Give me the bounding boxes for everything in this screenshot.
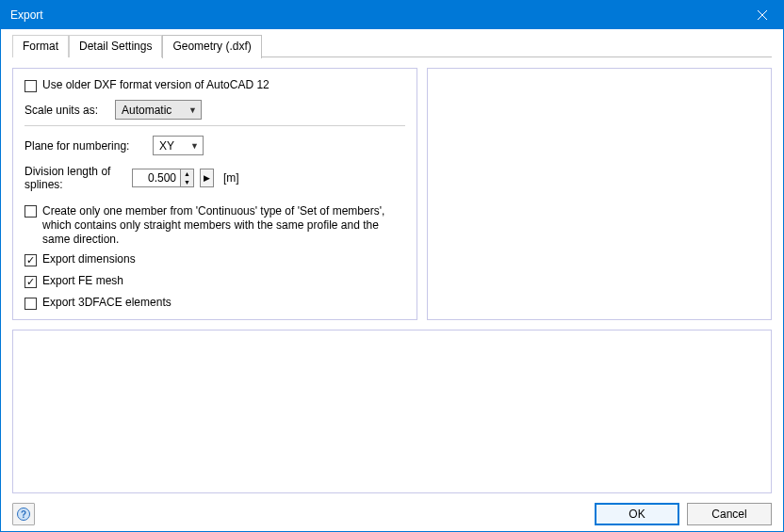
preview-panel	[427, 68, 772, 320]
step-button[interactable]: ▶	[200, 169, 214, 187]
select-scale-units[interactable]: Automatic ▼	[115, 100, 202, 120]
checkbox-export-3dface[interactable]	[24, 298, 37, 310]
label-export-fe-mesh: Export FE mesh	[42, 274, 123, 288]
chevron-down-icon: ▼	[188, 105, 197, 115]
titlebar: Export	[1, 1, 783, 29]
close-icon	[758, 10, 767, 20]
checkbox-export-dimensions[interactable]	[24, 254, 37, 266]
label-plane-numbering: Plane for numbering:	[24, 139, 147, 153]
cancel-button[interactable]: Cancel	[687, 503, 772, 525]
spinner-up[interactable]: ▲	[181, 169, 193, 178]
label-scale-units: Scale units as:	[24, 104, 109, 117]
svg-text:?: ?	[21, 509, 26, 520]
window-title: Export	[10, 8, 741, 22]
input-division-length[interactable]	[132, 169, 181, 187]
checkbox-export-fe-mesh[interactable]	[24, 276, 37, 288]
label-create-one-member: Create only one member from 'Continuous'…	[42, 204, 405, 247]
chevron-down-icon: ▼	[190, 141, 199, 151]
close-button[interactable]	[741, 1, 783, 29]
select-plane-numbering[interactable]: XY ▼	[153, 136, 204, 155]
tab-geometry[interactable]: Geometry (.dxf)	[162, 35, 261, 58]
label-export-3dface: Export 3DFACE elements	[42, 296, 172, 310]
label-export-dimensions: Export dimensions	[42, 252, 136, 266]
spinner-down[interactable]: ▼	[181, 178, 193, 186]
label-unit: [m]	[223, 171, 239, 185]
label-older-dxf: Use older DXF format version of AutoCAD …	[42, 78, 270, 92]
checkbox-create-one-member[interactable]	[24, 205, 37, 218]
tab-format[interactable]: Format	[12, 35, 69, 57]
options-panel: Use older DXF format version of AutoCAD …	[12, 68, 417, 320]
divider	[24, 125, 405, 126]
tab-detail-settings[interactable]: Detail Settings	[69, 35, 162, 57]
checkbox-older-dxf[interactable]	[24, 80, 37, 92]
ok-button[interactable]: OK	[595, 503, 679, 525]
bottom-panel	[12, 330, 772, 493]
tab-bar: Format Detail Settings Geometry (.dxf)	[12, 35, 772, 57]
label-division-length: Division length of splines:	[24, 165, 128, 191]
help-icon: ?	[16, 507, 31, 522]
help-button[interactable]: ?	[12, 503, 35, 525]
